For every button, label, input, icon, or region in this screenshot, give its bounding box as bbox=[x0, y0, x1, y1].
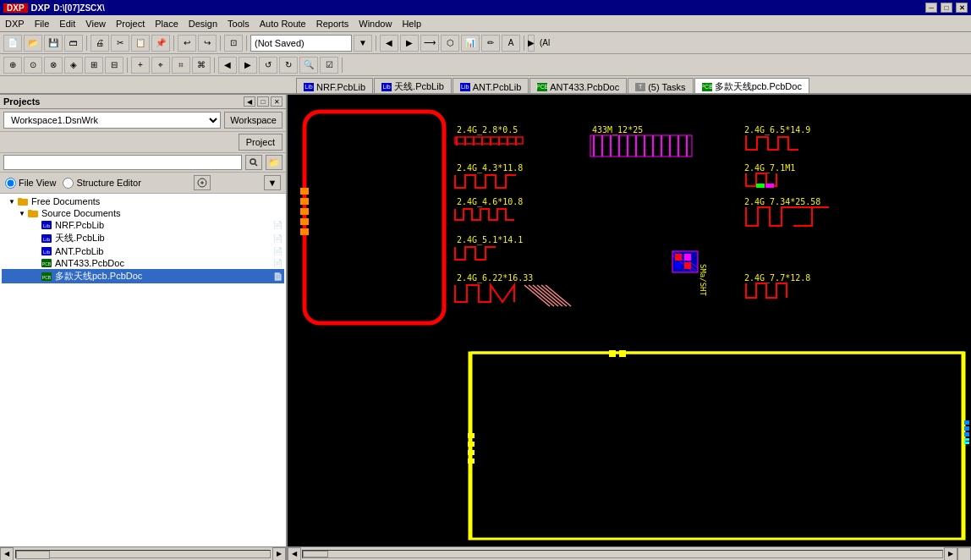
dropdown-arrow[interactable]: ▼ bbox=[354, 35, 372, 52]
hscroll-thumb[interactable] bbox=[16, 551, 50, 559]
redo-btn[interactable]: ↪ bbox=[198, 35, 217, 52]
not-saved-dropdown[interactable]: (Not Saved) bbox=[250, 35, 352, 52]
tree-item-free-docs[interactable]: ▼ Free Documents bbox=[2, 195, 284, 207]
paste-btn[interactable]: 📌 bbox=[151, 35, 170, 52]
view-icon-btn2[interactable]: ▼ bbox=[264, 175, 281, 190]
tab-nrf-pcblib[interactable]: Lib NRF.PcbLib bbox=[296, 78, 373, 95]
text-btn[interactable]: A bbox=[502, 35, 520, 52]
tab-ant433-pcbdoc[interactable]: PCB ANT433.PcbDoc bbox=[529, 78, 627, 95]
folder-icon-btn[interactable]: 📁 bbox=[266, 155, 283, 170]
structure-editor-radio[interactable] bbox=[63, 178, 74, 189]
close-button[interactable]: ✕ bbox=[956, 3, 968, 13]
panel-close-btn[interactable]: ✕ bbox=[271, 96, 283, 107]
pcb-canvas-area: 2.4G_2.8*0.5 433M_12*25 2.4G_6.5*14.9 bbox=[288, 95, 971, 560]
panel-menu-btn[interactable]: ◀ bbox=[244, 96, 255, 107]
tab-tasks[interactable]: T (5) Tasks bbox=[628, 78, 693, 95]
menu-file[interactable]: File bbox=[30, 17, 55, 30]
t2-btn10[interactable]: ⌘ bbox=[192, 57, 211, 74]
menu-window[interactable]: Window bbox=[354, 17, 397, 30]
hscroll-left-btn[interactable]: ◀ bbox=[0, 547, 14, 561]
pcb-canvas[interactable]: 2.4G_2.8*0.5 433M_12*25 2.4G_6.5*14.9 bbox=[288, 95, 971, 560]
file-icon-duokuo: 📄 bbox=[273, 272, 283, 281]
t2-btn13[interactable]: ↺ bbox=[259, 57, 277, 74]
maximize-button[interactable]: □ bbox=[941, 3, 952, 13]
tree-item-nrf-pcblib[interactable]: Lib NRF.PcbLib 📄 bbox=[2, 219, 284, 231]
canvas-hscroll-left[interactable]: ◀ bbox=[288, 547, 301, 561]
search-icon-btn[interactable] bbox=[245, 155, 262, 170]
file-view-label[interactable]: File View bbox=[5, 178, 56, 189]
tree-item-ant433-pcbdoc[interactable]: PCB ANT433.PcbDoc 📄 bbox=[2, 257, 284, 269]
tab-tianxian-pcblib[interactable]: Lib 天线.PcbLib bbox=[374, 78, 452, 95]
menu-place[interactable]: Place bbox=[150, 17, 184, 30]
title-bar: DXP DXP D:\[07]ZSCX\ ─ □ ✕ bbox=[0, 0, 971, 15]
canvas-hscroll-right[interactable]: ▶ bbox=[944, 547, 957, 561]
minimize-button[interactable]: ─ bbox=[925, 3, 937, 13]
sep5 bbox=[376, 36, 376, 51]
title-text: DXP bbox=[31, 3, 51, 13]
folder-svg bbox=[18, 197, 28, 206]
menu-reports[interactable]: Reports bbox=[311, 17, 354, 30]
tree-item-duokuo-pcbdoc[interactable]: PCB 多款天线pcb.PcbDoc 📄 bbox=[2, 269, 284, 283]
svg-rect-19 bbox=[300, 188, 309, 195]
search-input[interactable] bbox=[3, 155, 242, 170]
canvas-hscroll-track[interactable] bbox=[302, 550, 943, 558]
t2-btn1[interactable]: ⊕ bbox=[3, 57, 22, 74]
menu-view[interactable]: View bbox=[80, 17, 111, 30]
open-btn[interactable]: 📂 bbox=[24, 35, 42, 52]
route-btn[interactable]: ⟶ bbox=[420, 35, 439, 52]
tree-item-ant-pcblib[interactable]: Lib ANT.PcbLib 📄 bbox=[2, 245, 284, 257]
menu-help[interactable]: Help bbox=[397, 17, 426, 30]
menu-tools[interactable]: Tools bbox=[222, 17, 255, 30]
menu-project[interactable]: Project bbox=[111, 17, 150, 30]
tree-item-source-docs[interactable]: ▼ Source Documents bbox=[2, 207, 284, 219]
save-btn[interactable]: 💾 bbox=[44, 35, 63, 52]
svg-text:Lib: Lib bbox=[43, 236, 51, 241]
project-button[interactable]: Project bbox=[239, 134, 283, 151]
tab-ant-pcblib[interactable]: Lib ANT.PcbLib bbox=[453, 78, 529, 95]
view-icon-btn1[interactable] bbox=[194, 175, 211, 190]
t2-btn12[interactable]: ▶ bbox=[239, 57, 257, 74]
hscroll-right-btn[interactable]: ▶ bbox=[272, 547, 286, 561]
save-all-btn[interactable]: 🗃 bbox=[64, 35, 83, 52]
t2-btn16[interactable]: ☑ bbox=[320, 57, 338, 74]
menu-design[interactable]: Design bbox=[184, 17, 222, 30]
expand-source-docs[interactable]: ▼ bbox=[17, 208, 27, 218]
expand-free-docs[interactable]: ▼ bbox=[7, 196, 17, 206]
hscroll-track[interactable] bbox=[15, 550, 271, 558]
t2-btn6[interactable]: ⊟ bbox=[105, 57, 123, 74]
file-view-radio[interactable] bbox=[5, 178, 16, 189]
structure-editor-label[interactable]: Structure Editor bbox=[63, 178, 140, 189]
menu-edit[interactable]: Edit bbox=[54, 17, 80, 30]
stop-btn[interactable]: ⬡ bbox=[441, 35, 459, 52]
more-btn[interactable]: ▶ bbox=[528, 35, 535, 52]
t2-btn8[interactable]: ⌖ bbox=[151, 57, 170, 74]
t2-btn4[interactable]: ◈ bbox=[64, 57, 83, 74]
nrf-pcblib-label: NRF.PcbLib bbox=[55, 220, 273, 230]
t2-btn9[interactable]: ⌗ bbox=[172, 57, 190, 74]
menu-autoroute[interactable]: Auto Route bbox=[255, 17, 311, 30]
undo-btn[interactable]: ↩ bbox=[178, 35, 196, 52]
workspace-dropdown[interactable]: Workspace1.DsnWrk bbox=[3, 112, 221, 129]
t2-btn11[interactable]: ◀ bbox=[218, 57, 237, 74]
t2-btn2[interactable]: ⊙ bbox=[24, 57, 42, 74]
pen-btn[interactable]: ✏ bbox=[481, 35, 500, 52]
fwd-btn[interactable]: ▶ bbox=[400, 35, 419, 52]
tree-item-tianxian[interactable]: Lib 天线.PcbLib 📄 bbox=[2, 231, 284, 245]
tab-duokuo-pcbdoc[interactable]: PCB 多款天线pcb.PcbDoc bbox=[694, 78, 809, 95]
menu-dxp[interactable]: DXP bbox=[0, 17, 30, 30]
copy-btn[interactable]: 📋 bbox=[131, 35, 150, 52]
canvas-hscroll-thumb[interactable] bbox=[303, 551, 328, 557]
t2-btn14[interactable]: ↻ bbox=[279, 57, 298, 74]
new-btn[interactable]: 📄 bbox=[3, 35, 22, 52]
zoom-fit-btn[interactable]: ⊡ bbox=[224, 35, 243, 52]
cut-btn[interactable]: ✂ bbox=[111, 35, 129, 52]
workspace-button[interactable]: Workspace bbox=[224, 112, 283, 129]
t2-btn7[interactable]: + bbox=[131, 57, 150, 74]
print-btn[interactable]: 🖨 bbox=[91, 35, 109, 52]
chart-btn[interactable]: 📊 bbox=[461, 35, 480, 52]
t2-btn15[interactable]: 🔍 bbox=[299, 57, 318, 74]
browse-btn[interactable]: ◀ bbox=[380, 35, 398, 52]
t2-btn5[interactable]: ⊞ bbox=[85, 57, 103, 74]
panel-float-btn[interactable]: □ bbox=[257, 96, 269, 107]
t2-btn3[interactable]: ⊗ bbox=[44, 57, 63, 74]
